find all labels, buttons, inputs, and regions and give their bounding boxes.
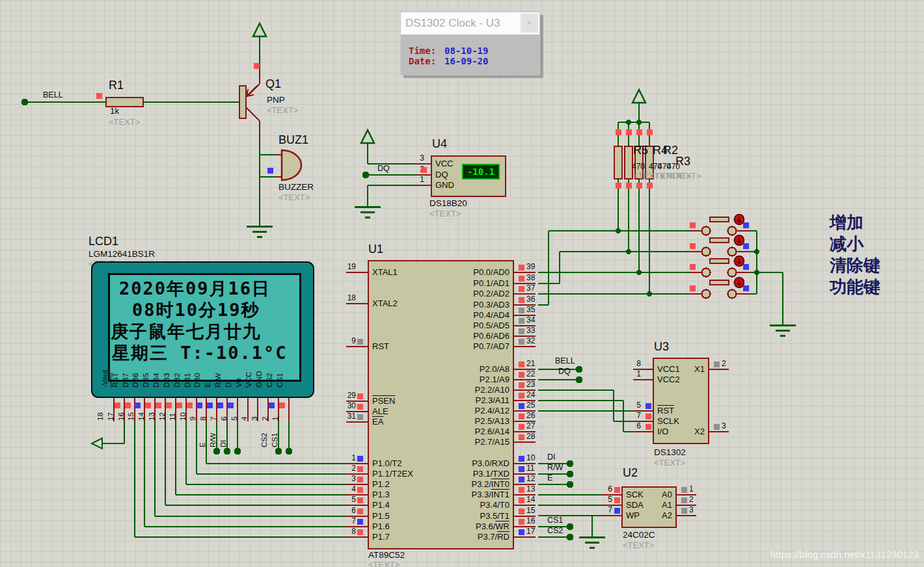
popup-title-bar[interactable]: DS1302 Clock - U3 × [401,12,539,34]
pin-state-indicator [357,466,363,472]
pin-state-indicator [519,497,524,503]
pin-number: 5 [614,401,641,410]
pin-name: P1.1/T2EX [372,469,413,479]
net-label: CS1 [271,433,279,447]
pin-name: A1 [573,501,672,510]
pin-state-indicator [519,393,524,399]
text-tag: <TEXT> [654,458,685,468]
pin-state-indicator [357,508,363,514]
component-ref: U2 [623,467,638,480]
text-tag: <TEXT> [279,193,310,202]
pin-name: DB4 [152,373,161,388]
pin-number: 1 [327,454,356,462]
pin-number: 33 [526,326,535,335]
component-part: DS1302 [654,448,686,458]
pin-name: P2.0/A8 [410,365,510,374]
pin-name: P2.2/A10 [410,386,510,395]
button-terminal-clear[interactable] [702,269,711,277]
pin-state-indicator [690,264,696,270]
net-dot [567,481,574,488]
pin-state-indicator [616,183,621,189]
pin-number: 10 [526,454,535,462]
text-tag: <TEXT> [670,172,701,181]
pin-state-indicator [714,362,720,367]
pin-number: 26 [526,412,535,420]
pin-name: P3.6/WR [410,522,510,531]
pin-state-indicator [357,414,363,420]
pin-state-indicator [145,402,151,408]
component-part: 24C02C [623,531,655,540]
pin-name: P3.5/T1 [410,512,510,521]
button-terminal-clear[interactable] [728,269,737,277]
lcd-line-2: 08时10分19秒 [132,298,260,322]
pin-name: P1.6 [372,522,390,531]
pin-state-indicator [519,328,524,334]
pin-number: 38 [526,274,535,282]
pin-number: 30 [327,402,356,410]
pin-name: P3.3/INT1 [410,490,510,499]
pin-number: 4 [240,417,249,421]
button-terminal-increase[interactable] [728,227,737,235]
pin-name: XTAL2 [372,299,398,308]
pin-state-indicator [645,403,651,409]
pin-name: CS1 [276,373,284,388]
pin-state-indicator [519,424,524,430]
pin-number: 17 [526,527,535,536]
button-terminal-decrease[interactable] [702,248,711,256]
pin-name: P0.5/AD5 [410,321,510,330]
pin-name: GND [435,181,454,190]
pin-name: P0.4/AD4 [410,311,510,320]
button-terminal-function[interactable] [728,290,737,298]
pin-name: P0.1/AD1 [410,279,510,288]
pin-name: P1.7 [372,533,390,542]
pin-name: XTAL1 [372,268,398,277]
pin-number: 39 [526,263,535,271]
pin-name: RST [657,406,674,415]
time-label: Time: [409,46,436,56]
watermark: https://blog.csdn.net/x1131230123 [770,549,919,560]
pin-number: 8 [199,417,208,421]
pin-number: 6 [327,507,356,515]
pin-number: 2 [261,417,269,421]
pin-state-indicator [519,529,524,535]
power-arrow-icon [632,90,645,103]
pin-name: P1.0/T2 [372,459,402,468]
pin-state-indicator [519,434,524,440]
pin-state-indicator [125,402,131,408]
net-label: CS2 [260,433,269,447]
junction-dot [626,120,631,125]
pin-number: 16 [526,517,535,525]
pin-number: 7 [327,517,356,525]
button-terminal-function[interactable] [702,290,711,298]
pin-state-indicator [681,497,687,503]
pin-name: R/W [214,373,223,388]
pin-name: P2.1/A9 [410,375,510,384]
pin-name: P0.2/AD2 [410,289,510,298]
pin-number: 11 [169,413,177,421]
component-type: BUZZER [279,183,314,192]
pin-name: DB3 [163,373,171,388]
component-ref: R1 [109,79,124,92]
pin-name: DB0 [193,373,202,388]
time-value: 08-10-19 [444,46,488,56]
button-bar-function [710,280,729,285]
pin-name: -Vout [101,370,109,388]
pin-state-indicator [647,129,653,135]
net-label-dq: DQ [377,165,390,174]
pin-number: 17 [107,412,115,421]
text-tag: <TEXT> [368,560,400,567]
pin-number: 16 [117,412,126,421]
pin-state-indicator [614,487,620,493]
pin-number: 37 [526,284,535,293]
close-icon[interactable]: × [521,14,538,33]
button-terminal-decrease[interactable] [728,248,737,256]
pin-name: P0.6/AD6 [410,332,510,341]
pin-name: X2 [605,427,705,436]
button-terminal-increase[interactable] [702,227,711,235]
net-label: E [198,442,207,447]
popup-body: Time:08-10-19 Date:16-09-20 [401,34,539,75]
pin-name: P2.4/A12 [410,406,510,415]
pin-state-indicator [626,183,632,189]
pin-name: P0.7/AD7 [410,342,510,351]
pin-name: E [204,382,212,388]
